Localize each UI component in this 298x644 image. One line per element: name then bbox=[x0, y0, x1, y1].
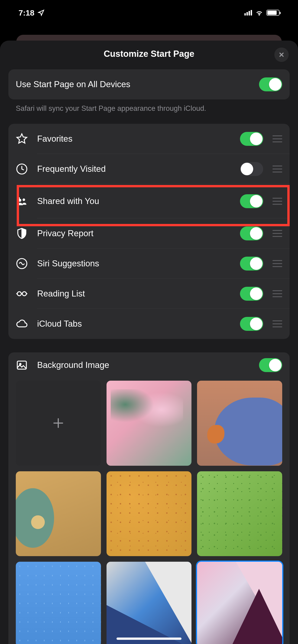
drag-handle[interactable] bbox=[272, 260, 282, 267]
favorites-row: Favorites bbox=[8, 124, 290, 154]
shared-icon bbox=[16, 195, 28, 207]
status-bar: 7:18 bbox=[0, 0, 298, 26]
image-icon bbox=[16, 359, 28, 371]
background-tile-8[interactable] bbox=[197, 562, 282, 644]
drag-handle[interactable] bbox=[272, 230, 282, 237]
svg-rect-7 bbox=[18, 361, 27, 369]
drag-handle[interactable] bbox=[272, 136, 282, 142]
close-button[interactable] bbox=[274, 48, 289, 62]
reading-list-row: Reading List bbox=[8, 279, 290, 309]
sync-label: Use Start Page on All Devices bbox=[16, 80, 259, 89]
background-toggle[interactable] bbox=[259, 358, 282, 372]
glasses-icon bbox=[16, 288, 28, 300]
drag-handle[interactable] bbox=[272, 198, 282, 205]
close-icon bbox=[278, 52, 285, 58]
row-label: Shared with You bbox=[37, 196, 240, 206]
sync-section: Use Start Page on All Devices Safari wil… bbox=[8, 69, 290, 113]
battery-icon bbox=[266, 10, 279, 16]
row-label: Siri Suggestions bbox=[37, 259, 240, 268]
items-card: Favorites Frequently Visited Shared with… bbox=[8, 124, 290, 339]
background-tile-2[interactable] bbox=[197, 381, 282, 466]
wifi-icon bbox=[255, 10, 263, 16]
sheet-header: Customize Start Page bbox=[0, 49, 298, 69]
shield-icon bbox=[16, 228, 28, 240]
background-tile-4[interactable] bbox=[107, 471, 192, 556]
row-label: iCloud Tabs bbox=[37, 319, 240, 329]
location-icon bbox=[38, 9, 45, 16]
icloud-tabs-toggle[interactable] bbox=[240, 317, 263, 331]
svg-point-2 bbox=[23, 198, 25, 201]
svg-rect-3 bbox=[18, 197, 20, 200]
reading-list-toggle[interactable] bbox=[240, 287, 263, 301]
privacy-report-row: Privacy Report bbox=[8, 218, 290, 248]
sync-footer-text: Safari will sync your Start Page appeara… bbox=[8, 100, 290, 113]
add-background-button[interactable] bbox=[16, 381, 101, 466]
background-tile-7[interactable] bbox=[107, 562, 192, 644]
status-time: 7:18 bbox=[19, 8, 34, 18]
star-icon bbox=[16, 133, 28, 145]
row-label: Reading List bbox=[37, 289, 240, 298]
row-label: Background Image bbox=[37, 360, 259, 370]
frequently-visited-row: Frequently Visited bbox=[8, 154, 290, 184]
svg-point-6 bbox=[22, 292, 26, 296]
frequently-visited-toggle[interactable] bbox=[240, 162, 263, 176]
shared-with-you-row: Shared with You bbox=[8, 184, 290, 218]
clock-icon bbox=[16, 163, 28, 175]
home-indicator[interactable] bbox=[117, 638, 181, 640]
drag-handle[interactable] bbox=[272, 290, 282, 297]
items-section: Favorites Frequently Visited Shared with… bbox=[8, 124, 290, 339]
background-grid bbox=[8, 378, 290, 644]
drag-handle[interactable] bbox=[272, 166, 282, 172]
row-label: Frequently Visited bbox=[37, 164, 240, 174]
status-left: 7:18 bbox=[19, 8, 45, 18]
background-card: Background Image bbox=[8, 352, 290, 644]
siri-suggestions-toggle[interactable] bbox=[240, 257, 263, 270]
plus-icon bbox=[52, 416, 65, 430]
background-section: Background Image bbox=[8, 352, 290, 644]
background-tile-3[interactable] bbox=[16, 471, 101, 556]
background-tile-5[interactable] bbox=[197, 471, 282, 556]
shared-with-you-toggle[interactable] bbox=[240, 194, 263, 208]
row-label: Favorites bbox=[37, 134, 240, 144]
background-image-row: Background Image bbox=[8, 352, 290, 378]
cloud-icon bbox=[16, 318, 28, 330]
background-tile-1[interactable] bbox=[107, 381, 192, 466]
customize-sheet: Customize Start Page Use Start Page on A… bbox=[0, 40, 298, 644]
status-right bbox=[244, 10, 279, 16]
siri-icon bbox=[16, 258, 28, 270]
sheet-title: Customize Start Page bbox=[104, 49, 194, 59]
siri-suggestions-row: Siri Suggestions bbox=[8, 248, 290, 279]
svg-point-5 bbox=[18, 292, 21, 296]
sync-toggle[interactable] bbox=[259, 78, 282, 91]
privacy-report-toggle[interactable] bbox=[240, 226, 263, 240]
drag-handle[interactable] bbox=[272, 320, 282, 327]
sync-all-devices-row: Use Start Page on All Devices bbox=[8, 69, 290, 100]
sync-card: Use Start Page on All Devices bbox=[8, 69, 290, 100]
background-tile-6[interactable] bbox=[16, 562, 101, 644]
favorites-toggle[interactable] bbox=[240, 132, 263, 146]
cellular-icon bbox=[244, 10, 252, 16]
icloud-tabs-row: iCloud Tabs bbox=[8, 309, 290, 339]
row-label: Privacy Report bbox=[37, 228, 240, 238]
